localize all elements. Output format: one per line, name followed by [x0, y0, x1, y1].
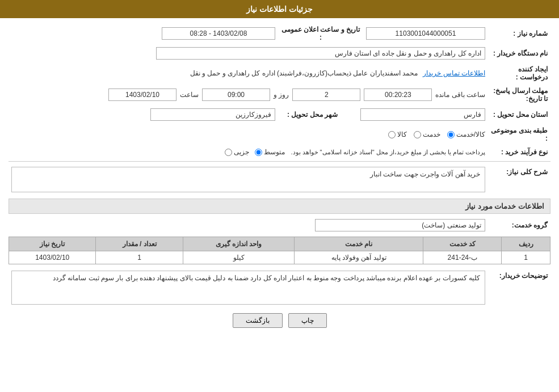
radio-kala[interactable]: کالا [388, 130, 407, 138]
mohlat-roz-label: روز و [274, 91, 289, 99]
table-row: 1 ب-24-241 تولید آهن وفولاد پایه کیلو 1 … [9, 251, 550, 264]
shomara-niaz-value: 1103001044000051 [366, 27, 485, 40]
shahr-value: فیروزکارزین [150, 108, 275, 121]
radio-kala-khedmat[interactable]: کالا/خدمت [447, 130, 485, 138]
btn-row: چاپ بازگشت [9, 313, 550, 328]
gorooh-label: گروه خدمت: [488, 217, 550, 233]
mohlat-saet: 09:00 [202, 88, 270, 101]
ijad-konande-value: محمد اسفندیاران عامل ذیحساب(کازرون،فراشب… [190, 69, 418, 77]
tarikh-saet-label: تاریخ و ساعت اعلان عمومی : [278, 24, 363, 43]
shomara-niaz-label: شماره نیاز : [488, 24, 550, 43]
col-radif: ردیف [502, 237, 550, 251]
cell-count: 1 [96, 251, 183, 264]
page-header: جزئیات اطلاعات نیاز [0, 0, 559, 18]
col-date: تاریخ نیاز [9, 237, 96, 251]
radio-jozi[interactable]: جزیی [225, 148, 249, 156]
mohlat-saet-label: ساعت [180, 91, 199, 99]
cell-code: ب-24-241 [423, 251, 502, 264]
farayand-note: پرداخت تمام یا بخشی از مبلغ خرید،از محل … [291, 149, 485, 156]
col-unit: واحد اندازه گیری [183, 237, 294, 251]
page-title: جزئیات اطلاعات نیاز [246, 5, 313, 14]
sharh-value: خرید آهن آلات واجرت جهت ساخت انبار [11, 167, 485, 192]
mohlat-mande: 00:20:23 [364, 88, 432, 101]
shahr-label: شهر محل تحویل : [278, 107, 341, 123]
gorooh-value: تولید صنعتی (ساخت) [315, 219, 485, 231]
mohlat-roz: 2 [292, 88, 360, 101]
ostan-label: استان محل تحویل : [488, 107, 550, 123]
etelaat-tamas-link[interactable]: اطلاعات تماس خریدار [423, 69, 485, 77]
sharh-label: شرح کلی نیاز: [488, 165, 550, 194]
tabaqe-label: طبقه بندی موضوعی : [488, 125, 550, 144]
notes-label: توضیحات خریدار: [488, 269, 550, 306]
ijad-konande-label: ایجاد کننده درخواست : [488, 64, 550, 83]
khadamat-section-title: اطلاعات خدمات مورد نیاز [9, 199, 550, 214]
cell-date: 1403/02/10 [9, 251, 96, 264]
cell-radif: 1 [502, 251, 550, 264]
content-area: شماره نیاز : 1103001044000051 تاریخ و سا… [0, 18, 559, 338]
col-code: کد خدمت [423, 237, 502, 251]
col-name: نام خدمت [295, 237, 423, 251]
ostan-value: فارس [360, 108, 485, 121]
tarikh-saet-value: 1403/02/08 - 08:28 [162, 27, 275, 40]
col-count: تعداد / مقدار [96, 237, 183, 251]
mohlat-label: مهلت ارسال پاسخ: تا تاریخ: [488, 85, 550, 104]
nam-dastgah-label: نام دستگاه خریدار : [488, 45, 550, 61]
btn-bazgasht[interactable]: بازگشت [233, 313, 283, 328]
nam-dastgah-value: اداره کل راهداری و حمل و نقل جاده ای است… [156, 47, 485, 60]
nooe-farayand-label: نوع فرآیند خرید : [488, 146, 550, 158]
cell-unit: کیلو [183, 251, 294, 264]
notes-value: کلیه کسورات بر عهده اعلام برنده میباشد پ… [11, 271, 485, 305]
radio-motevaset[interactable]: متوسط [255, 148, 285, 156]
mohlat-mande-label: ساعت باقی مانده [435, 91, 485, 99]
service-table: ردیف کد خدمت نام خدمت واحد اندازه گیری ت… [9, 237, 550, 264]
mohlat-date: 1403/02/10 [108, 88, 176, 101]
cell-name: تولید آهن وفولاد پایه [295, 251, 423, 264]
radio-khedmat[interactable]: خدمت [414, 130, 440, 138]
btn-chap[interactable]: چاپ [288, 313, 327, 328]
